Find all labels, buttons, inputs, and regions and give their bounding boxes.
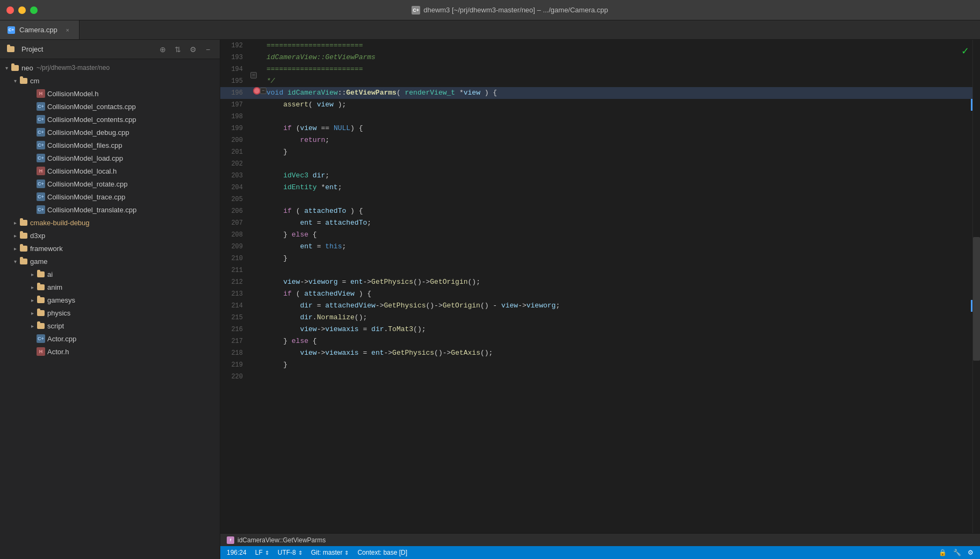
list-item[interactable]: C+ CollisionModel_rotate.cpp xyxy=(0,177,220,190)
line-ending-label: LF xyxy=(255,549,263,556)
list-item[interactable]: C+ Actor.cpp xyxy=(0,332,220,345)
maximize-button[interactable] xyxy=(30,6,38,14)
tree-arrow-physics xyxy=(28,309,37,317)
tree-arrow-d3xp xyxy=(11,231,19,240)
code-line-211: 211 xyxy=(220,264,972,276)
list-item[interactable]: neo ~/prj/dhewm3-master/neo xyxy=(0,61,220,74)
file-cpp-icon: C+ xyxy=(37,102,45,111)
sidebar-close-button[interactable]: − xyxy=(203,44,213,55)
tree-label-cm: cm xyxy=(30,77,39,85)
list-item[interactable]: anim xyxy=(0,281,220,293)
wrench-icon[interactable]: 🔧 xyxy=(953,549,961,556)
file-cpp-icon: C+ xyxy=(37,154,45,162)
tab-close-button[interactable]: × xyxy=(64,26,71,34)
tab-label: Camera.cpp xyxy=(19,26,57,34)
code-line-217: 217 } else { xyxy=(220,335,972,347)
gear-icon[interactable]: ⚙ xyxy=(968,549,974,556)
gamesys-folder-icon xyxy=(37,296,45,304)
list-item[interactable]: framework xyxy=(0,242,220,255)
function-bar: f idCameraView::GetViewParms xyxy=(220,533,980,546)
list-item[interactable]: C+ CollisionModel_trace.cpp xyxy=(0,190,220,203)
list-item[interactable]: H Actor.h xyxy=(0,345,220,358)
context-label: Context: base [D] xyxy=(357,549,407,556)
file-h-icon: H xyxy=(37,167,45,175)
editor-area: ✓ 192 ======================= 193 xyxy=(220,40,980,559)
file-cpp-icon: C+ xyxy=(37,115,45,124)
file-cpp-icon: C+ xyxy=(37,141,45,149)
tree-label: CollisionModel_load.cpp xyxy=(47,154,123,162)
file-h-icon: H xyxy=(37,347,45,356)
code-line-198: 198 xyxy=(220,111,972,123)
code-line-216: 216 view->viewaxis = dir.ToMat3(); xyxy=(220,324,972,335)
tree-arrow-framework xyxy=(11,244,19,253)
neo-folder-icon xyxy=(11,63,19,72)
title-bar: C+ dhewm3 [~/prj/dhewm3-master/neo] – ..… xyxy=(0,0,980,20)
close-button[interactable] xyxy=(6,6,14,14)
list-item[interactable]: script xyxy=(0,319,220,332)
position-label: 196:24 xyxy=(227,549,247,556)
tree-arrow-game xyxy=(11,257,19,266)
minimize-button[interactable] xyxy=(18,6,26,14)
tab-file-icon: C+ xyxy=(8,26,15,34)
status-git[interactable]: Git: master ⇕ xyxy=(311,549,349,556)
function-name: idCameraView::GetViewParms xyxy=(237,536,326,544)
tree-label-physics: physics xyxy=(47,309,70,317)
code-line-213: 213 if ( attachedView ) { xyxy=(220,288,972,300)
sidebar-tree[interactable]: neo ~/prj/dhewm3-master/neo cm H Collisi… xyxy=(0,59,220,559)
status-line-ending[interactable]: LF ⇕ xyxy=(255,549,269,556)
list-item[interactable]: game xyxy=(0,255,220,268)
list-item[interactable]: H CollisionModel_local.h xyxy=(0,164,220,177)
status-context: Context: base [D] xyxy=(357,549,407,556)
list-item[interactable]: ai xyxy=(0,268,220,281)
code-scroll[interactable]: 192 ======================= 193 idCamera… xyxy=(220,40,972,533)
sidebar-add-button[interactable]: ⊕ xyxy=(157,44,168,55)
tree-label: CollisionModel_local.h xyxy=(47,167,117,175)
minimap[interactable] xyxy=(972,40,980,533)
tree-label-path: ~/prj/dhewm3-master/neo xyxy=(37,64,110,71)
tree-arrow-anim xyxy=(28,283,37,291)
file-cpp-icon: C+ xyxy=(37,180,45,188)
list-item[interactable]: cm xyxy=(0,74,220,87)
list-item[interactable]: d3xp xyxy=(0,229,220,242)
encoding-arrow: ⇕ xyxy=(298,550,302,556)
git-arrow: ⇕ xyxy=(344,550,349,556)
file-cpp-icon: C+ xyxy=(37,192,45,201)
game-folder-icon xyxy=(19,257,28,266)
list-item[interactable]: gamesys xyxy=(0,293,220,306)
tree-label: CollisionModel.h xyxy=(47,90,98,98)
tree-arrow-gamesys xyxy=(28,296,37,304)
code-line-203: 203 idVec3 dir; xyxy=(220,170,972,182)
framework-folder-icon xyxy=(19,244,28,253)
list-item[interactable]: C+ CollisionModel_translate.cpp xyxy=(0,203,220,216)
list-item[interactable]: C+ CollisionModel_contents.cpp xyxy=(0,113,220,126)
tab-bar: C+ Camera.cpp × xyxy=(0,20,980,40)
tab-camera-cpp[interactable]: C+ Camera.cpp × xyxy=(0,20,80,39)
code-line-207: 207 ent = attachedTo; xyxy=(220,217,972,229)
list-item[interactable]: C+ CollisionModel_contacts.cpp xyxy=(0,100,220,113)
code-line-210: 210 } xyxy=(220,253,972,264)
list-item[interactable]: C+ CollisionModel_files.cpp xyxy=(0,139,220,152)
list-item[interactable]: C+ CollisionModel_load.cpp xyxy=(0,152,220,164)
code-line-208: 208 } else { xyxy=(220,229,972,241)
sidebar-filter-button[interactable]: ⇅ xyxy=(172,44,183,55)
list-item[interactable]: C+ CollisionModel_debug.cpp xyxy=(0,126,220,139)
physics-folder-icon xyxy=(37,309,45,317)
status-position: 196:24 xyxy=(227,549,247,556)
list-item[interactable]: H CollisionModel.h xyxy=(0,87,220,100)
ai-folder-icon xyxy=(37,270,45,278)
status-bar: 196:24 LF ⇕ UTF-8 ⇕ Git: master ⇕ Contex… xyxy=(220,546,980,559)
code-line-196: 196 − void idCameraView::GetViewParms( r… xyxy=(220,87,972,99)
list-item[interactable]: cmake-build-debug xyxy=(0,216,220,229)
list-item[interactable]: physics xyxy=(0,306,220,319)
code-line-219: 219 } xyxy=(220,359,972,371)
encoding-label: UTF-8 xyxy=(278,549,296,556)
code-line-202: 202 xyxy=(220,158,972,170)
tree-label-actor-cpp: Actor.cpp xyxy=(47,335,76,343)
traffic-lights xyxy=(6,6,38,14)
lock-icon[interactable]: 🔒 xyxy=(939,549,947,556)
sidebar-settings-button[interactable]: ⚙ xyxy=(188,44,198,55)
window-title: dhewm3 [~/prj/dhewm3-master/neo] – .../g… xyxy=(423,6,608,14)
tree-label: CollisionModel_rotate.cpp xyxy=(47,180,128,188)
status-encoding[interactable]: UTF-8 ⇕ xyxy=(278,549,302,556)
cm-folder-icon xyxy=(19,76,28,85)
